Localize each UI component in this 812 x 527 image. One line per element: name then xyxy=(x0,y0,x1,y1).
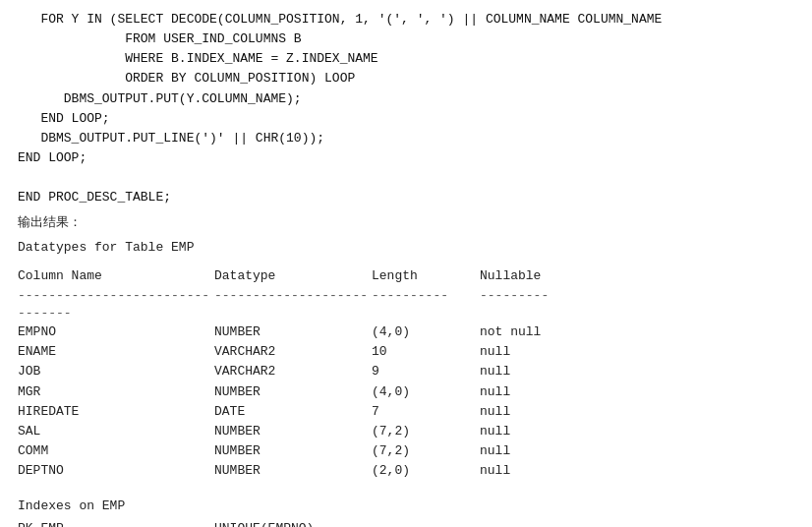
output-label: 输出结果： xyxy=(18,213,794,234)
cell-col2: NUMBER xyxy=(214,322,372,342)
cell-col3: 10 xyxy=(372,342,480,362)
cell-col1: HIREDATE xyxy=(18,402,214,422)
table-row: DEPTNO NUMBER (2,0) null xyxy=(18,461,794,481)
cell-col2: VARCHAR2 xyxy=(214,342,372,362)
cell-col4: null xyxy=(480,441,578,461)
table-row: HIREDATE DATE 7 null xyxy=(18,402,794,422)
cell-col3: (7,2) xyxy=(372,422,480,441)
cell-col1: JOB xyxy=(18,362,214,381)
cell-col3: 9 xyxy=(372,362,480,381)
indexes-title: Indexes on EMP xyxy=(18,497,794,517)
table-row: COMM NUMBER (7,2) null xyxy=(18,441,794,461)
table-headers: Column Name Datatype Length Nullable xyxy=(18,266,794,287)
cell-col2: VARCHAR2 xyxy=(214,362,372,381)
header-col1: Column Name xyxy=(18,266,214,287)
cell-col1: SAL xyxy=(18,422,214,441)
code-block: FOR Y IN (SELECT DECODE(COLUMN_POSITION,… xyxy=(18,10,794,207)
index-row: PK_EMP UNIQUE(EMPNO) xyxy=(18,517,794,527)
cell-col3: (2,0) xyxy=(372,461,480,481)
table-row: EMPNO NUMBER (4,0) not null xyxy=(18,322,794,342)
cell-col4: null xyxy=(480,382,578,402)
cell-col3: (4,0) xyxy=(372,322,480,342)
index-name: PK_EMP xyxy=(18,517,214,527)
cell-col4: null xyxy=(480,461,578,481)
cell-col1: DEPTNO xyxy=(18,461,214,481)
data-table: Column Name Datatype Length Nullable ---… xyxy=(18,266,794,481)
cell-col4: not null xyxy=(480,322,578,342)
cell-col2: NUMBER xyxy=(214,441,372,461)
output-title: Datatypes for Table EMP xyxy=(18,238,794,259)
cell-col4: null xyxy=(480,362,578,381)
index-definition: UNIQUE(EMPNO) xyxy=(214,517,470,527)
index-rows-container: PK_EMP UNIQUE(EMPNO) IDX_DEPTNO NONUNIQU… xyxy=(18,517,794,527)
table-row: ENAME VARCHAR2 10 null xyxy=(18,342,794,362)
header-col4: Nullable xyxy=(480,266,578,287)
table-row: JOB VARCHAR2 9 null xyxy=(18,362,794,381)
table-divider: -------------------------------- -------… xyxy=(18,287,794,322)
cell-col4: null xyxy=(480,402,578,422)
cell-col1: ENAME xyxy=(18,342,214,362)
cell-col2: NUMBER xyxy=(214,382,372,402)
header-col3: Length xyxy=(372,266,480,287)
cell-col2: NUMBER xyxy=(214,422,372,441)
cell-col3: (4,0) xyxy=(372,382,480,402)
cell-col1: EMPNO xyxy=(18,322,214,342)
cell-col4: null xyxy=(480,422,578,441)
cell-col2: DATE xyxy=(214,402,372,422)
table-row: MGR NUMBER (4,0) null xyxy=(18,382,794,402)
header-col2: Datatype xyxy=(214,266,372,287)
table-row: SAL NUMBER (7,2) null xyxy=(18,422,794,441)
cell-col1: MGR xyxy=(18,382,214,402)
cell-col2: NUMBER xyxy=(214,461,372,481)
table-rows-container: EMPNO NUMBER (4,0) not null ENAME VARCHA… xyxy=(18,322,794,481)
cell-col1: COMM xyxy=(18,441,214,461)
cell-col3: (7,2) xyxy=(372,441,480,461)
cell-col4: null xyxy=(480,342,578,362)
indexes-section: Indexes on EMP PK_EMP UNIQUE(EMPNO) IDX_… xyxy=(18,497,794,527)
cell-col3: 7 xyxy=(372,402,480,422)
